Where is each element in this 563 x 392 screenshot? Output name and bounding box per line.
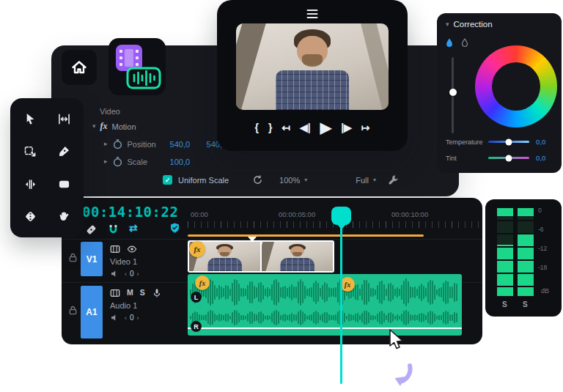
chevron-right-icon[interactable]: ▸ — [104, 158, 108, 165]
mono-droplet-icon[interactable] — [460, 37, 469, 48]
mark-out-button[interactable]: } — [268, 122, 272, 133]
ripple-edit-tool-button[interactable] — [47, 103, 81, 136]
wrench-icon[interactable] — [388, 174, 399, 185]
stepper-prev-icon[interactable]: ‹ — [125, 314, 127, 322]
audio-track-header: M S Audio 1 ‹ 0 › — [110, 287, 162, 322]
chevron-down-icon[interactable]: ▾ — [92, 123, 96, 130]
hand-tool-button[interactable] — [47, 201, 81, 234]
motion-group-row[interactable]: ▾ fx Motion — [92, 121, 136, 132]
hand-icon — [56, 209, 72, 224]
timecode-display: 00:14:10:22 — [82, 204, 178, 220]
media-library-button[interactable] — [108, 38, 166, 95]
fx-badge[interactable]: fx — [340, 277, 355, 292]
ripple-edit-icon — [56, 111, 72, 127]
fit-mode-dropdown[interactable]: Full ▾ — [356, 176, 376, 185]
pen-tool-button[interactable] — [47, 136, 81, 169]
reset-icon[interactable] — [252, 174, 263, 185]
slider-knob[interactable] — [506, 138, 512, 145]
fx-icon: fx — [100, 121, 108, 132]
fx-badge[interactable]: fx — [195, 275, 210, 290]
home-button[interactable] — [62, 50, 97, 85]
microphone-icon[interactable] — [152, 288, 162, 298]
chevron-right-icon[interactable]: ▸ — [104, 141, 108, 147]
shield-icon[interactable] — [169, 222, 181, 234]
playhead-line[interactable] — [340, 223, 342, 384]
pointer-tool-button[interactable] — [13, 103, 47, 136]
lock-icon[interactable] — [67, 252, 78, 263]
fit-mode-value: Full — [356, 176, 369, 185]
clip-duration-bar[interactable] — [188, 234, 424, 237]
temperature-slider[interactable] — [488, 141, 529, 143]
razor-dice-tool-button[interactable] — [13, 201, 47, 234]
video-clip[interactable]: fx — [188, 240, 334, 273]
meter-scale-label: 0 — [538, 207, 542, 214]
solo-button[interactable]: S — [140, 289, 145, 297]
menu-icon[interactable] — [307, 10, 318, 18]
pen-icon — [56, 144, 72, 159]
temperature-value[interactable]: 0,0 — [536, 138, 545, 146]
scale-property-row: ▸ Scale 100,0 — [104, 156, 202, 167]
select-region-icon — [23, 144, 38, 159]
play-button[interactable]: ▶ — [320, 120, 331, 135]
shape-tool-button[interactable] — [47, 168, 81, 201]
brightness-slider[interactable] — [452, 57, 454, 133]
razor-tool-icon[interactable] — [85, 223, 97, 236]
select-region-tool-button[interactable] — [13, 136, 47, 169]
color-droplet-icon[interactable] — [445, 37, 454, 48]
snap-magnet-icon[interactable] — [107, 223, 119, 236]
pointer-icon — [23, 111, 38, 127]
lock-icon[interactable] — [67, 305, 78, 316]
scale-value[interactable]: 100,0 — [170, 158, 202, 166]
jump-to-start-button[interactable]: ↤ — [282, 122, 290, 133]
previous-frame-button[interactable]: ◀| — [300, 122, 311, 133]
tint-value[interactable]: 0,0 — [536, 154, 545, 162]
home-icon — [70, 59, 88, 76]
stepper-next-icon[interactable]: › — [137, 270, 139, 278]
clip-keyframe-marker[interactable] — [248, 237, 257, 242]
video-track-tab[interactable]: V1 — [81, 242, 103, 276]
eye-icon[interactable] — [127, 244, 137, 254]
audio-clip[interactable]: fx fx L R — [188, 274, 462, 336]
keyframe-stopwatch-icon[interactable] — [112, 138, 123, 149]
media-icon[interactable] — [110, 244, 120, 254]
zoom-level-dropdown[interactable]: 100% ▾ — [279, 176, 307, 185]
color-wheel[interactable] — [475, 45, 557, 127]
mark-in-button[interactable]: { — [254, 122, 258, 133]
tools-palette — [10, 98, 84, 237]
fx-badge[interactable]: fx — [189, 241, 205, 257]
track-stepper[interactable]: ‹ 0 › — [125, 270, 139, 278]
video-editor-collage: Video ▾ fx Motion ▸ Position 540,0 540,0… — [0, 0, 563, 392]
correction-header[interactable]: ▾ Correction — [446, 20, 493, 29]
track-stepper[interactable]: ‹ 0 › — [125, 314, 139, 322]
solo-toggle[interactable]: S — [502, 300, 507, 308]
position-x-value[interactable]: 540,0 — [170, 140, 202, 149]
waveform-left — [190, 278, 460, 307]
stepper-prev-icon[interactable]: ‹ — [125, 270, 127, 278]
slip-tool-button[interactable] — [13, 168, 47, 201]
clip-thumbnail — [260, 242, 333, 271]
tint-slider[interactable] — [488, 157, 529, 159]
transport-controls: { } ↤ ◀| ▶ |▶ ↦ — [217, 120, 408, 135]
jump-to-end-button[interactable]: ↦ — [361, 122, 370, 133]
mute-button[interactable]: M — [127, 289, 133, 297]
uniform-scale-checkbox[interactable]: ✓ — [163, 175, 172, 185]
slider-knob[interactable] — [449, 89, 457, 96]
keyframe-stopwatch-icon[interactable] — [112, 156, 123, 167]
ruler-label: 00:00:10:00 — [391, 210, 428, 218]
speaker-icon[interactable] — [110, 269, 119, 278]
ruler-label: 00:00:05:00 — [279, 210, 315, 218]
uniform-scale-label: Uniform Scale — [178, 176, 229, 185]
stepper-next-icon[interactable]: › — [137, 314, 139, 322]
media-icon[interactable] — [110, 288, 120, 298]
auto-ripple-icon[interactable]: ⇄ — [129, 223, 138, 233]
solo-toggle[interactable]: S — [523, 300, 528, 308]
scale-label: Scale — [128, 158, 166, 166]
chevron-down-icon: ▾ — [373, 177, 376, 183]
volume-envelope-line[interactable] — [188, 328, 462, 329]
speaker-icon[interactable] — [110, 313, 119, 322]
next-frame-button[interactable]: |▶ — [341, 122, 352, 133]
audio-track-tab[interactable]: A1 — [81, 286, 103, 339]
slider-knob[interactable] — [506, 155, 512, 161]
meter-bar-right — [518, 208, 534, 296]
chevron-down-icon: ▾ — [304, 177, 307, 183]
